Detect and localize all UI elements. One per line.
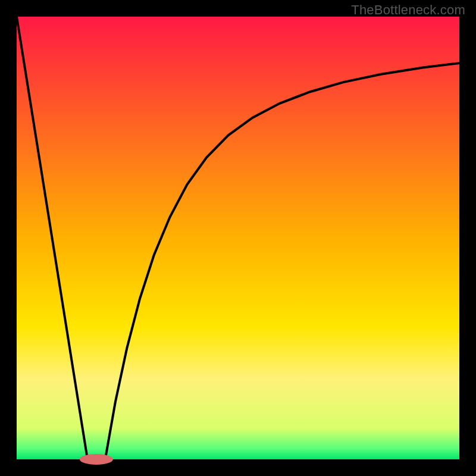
valley-marker	[80, 454, 113, 465]
chart-frame: TheBottleneck.com	[0, 0, 476, 476]
plot-background	[17, 17, 459, 459]
watermark-text: TheBottleneck.com	[351, 2, 465, 18]
bottleneck-chart	[0, 0, 476, 476]
